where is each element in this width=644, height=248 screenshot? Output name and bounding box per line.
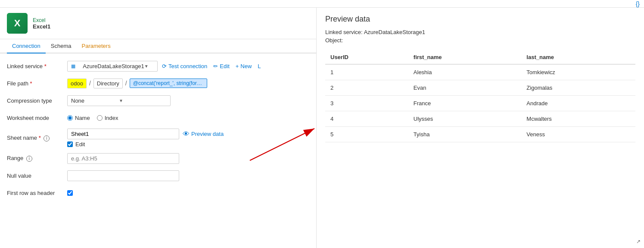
compression-type-dropdown[interactable]: None ▼ <box>67 95 171 106</box>
sheet-name-row: Sheet name * i Sheet1 👁 Preview data <box>7 129 309 148</box>
cell-firstname: France <box>408 96 522 111</box>
col-firstname: first_name <box>408 50 522 64</box>
worksheet-mode-index[interactable]: Index <box>97 115 118 121</box>
table-row: 1 Aleshia Tomkiewicz <box>325 64 635 80</box>
first-row-header-label: First row as header <box>7 190 67 196</box>
linked-service-dropdown[interactable]: ▦ AzureDataLakeStorage1 ▼ <box>67 61 158 72</box>
excel-app-name: Excel1 <box>33 23 50 30</box>
excel-logo: X <box>7 13 28 34</box>
first-row-header-checkbox[interactable] <box>67 190 73 196</box>
compression-type-row: Compression type None ▼ <box>7 94 309 107</box>
worksheet-mode-label: Worksheet mode <box>7 115 67 121</box>
file-path-segment1[interactable]: odoo <box>67 78 87 88</box>
linked-service-value: AzureDataLakeStorage1 <box>83 63 144 69</box>
sheet-name-label: Sheet name * i <box>7 135 67 141</box>
cell-firstname: Evan <box>408 80 522 96</box>
code-icon[interactable]: {} <box>636 0 640 7</box>
table-row: 3 France Andrade <box>325 96 635 111</box>
cell-firstname: Tyisha <box>408 127 522 142</box>
table-header-row: UserID first_name last_name <box>325 50 635 64</box>
range-label: Range i <box>7 155 67 162</box>
col-userid: UserID <box>325 50 408 64</box>
preview-table: UserID first_name last_name 1 Aleshia To… <box>325 50 635 142</box>
table-row: 2 Evan Zigomalas <box>325 80 635 96</box>
range-row: Range i <box>7 152 309 165</box>
sheet-name-info-icon[interactable]: i <box>44 135 50 141</box>
compression-type-value: None <box>71 97 119 104</box>
linked-service-label: Linked service * <box>7 63 67 69</box>
table-row: 4 Ulysses Mcwalters <box>325 111 635 127</box>
first-row-header-row: First row as header <box>7 186 309 199</box>
linked-service-row: Linked service * ▦ AzureDataLakeStorage1… <box>7 60 309 72</box>
preview-panel: Preview data Linked service: AzureDataLa… <box>317 8 644 248</box>
null-value-input[interactable] <box>67 170 179 181</box>
compression-type-label: Compression type <box>7 97 67 104</box>
null-value-row: Null value <box>7 169 309 182</box>
cell-lastname: Zigomalas <box>521 80 635 96</box>
edit-linked-service-button[interactable]: ✏ Edit <box>212 61 231 71</box>
worksheet-mode-radios: Name Index <box>67 115 118 121</box>
file-separator-2: / <box>124 80 128 87</box>
file-path-segments: odoo / Directory / @concat('report_', st… <box>67 78 309 88</box>
cell-lastname: Andrade <box>521 96 635 111</box>
cell-userid: 4 <box>325 111 408 127</box>
tab-schema[interactable]: Schema <box>46 39 77 53</box>
tab-bar: Connection Schema Parameters <box>0 39 316 53</box>
worksheet-mode-row: Worksheet mode Name Index <box>7 111 309 124</box>
file-path-row: File path * odoo / Directory / @concat('… <box>7 77 309 90</box>
preview-linked-service: Linked service: AzureDataLakeStorage1 <box>325 29 635 35</box>
resize-icon: ↗ <box>636 239 641 245</box>
chevron-down-icon: ▼ <box>144 64 154 69</box>
col-lastname: last_name <box>521 50 635 64</box>
preview-title: Preview data <box>325 15 635 24</box>
file-separator-1: / <box>88 80 92 87</box>
cell-userid: 1 <box>325 64 408 80</box>
preview-data-link[interactable]: 👁 Preview data <box>183 130 224 138</box>
table-row: 5 Tyisha Veness <box>325 127 635 142</box>
file-path-segment3[interactable]: @concat('report_', string(formatDateTi <box>130 78 207 88</box>
null-value-label: Null value <box>7 173 67 179</box>
cell-firstname: Aleshia <box>408 64 522 80</box>
cell-userid: 3 <box>325 96 408 111</box>
cell-userid: 2 <box>325 80 408 96</box>
range-info-icon[interactable]: i <box>26 156 32 162</box>
plus-icon: + <box>236 63 239 69</box>
cell-lastname: Tomkiewicz <box>521 64 635 80</box>
range-input[interactable] <box>67 153 179 164</box>
edit-icon: ✏ <box>213 63 218 69</box>
sheet-name-edit-checkbox[interactable] <box>67 141 73 147</box>
worksheet-mode-name[interactable]: Name <box>67 115 90 121</box>
test-connection-button[interactable]: ⟳ Test connection <box>160 61 209 71</box>
tab-connection[interactable]: Connection <box>7 39 46 53</box>
file-path-label: File path * <box>7 80 67 87</box>
cell-firstname: Ulysses <box>408 111 522 127</box>
excel-app-label: Excel <box>33 17 50 23</box>
preview-icon: 👁 <box>183 130 190 138</box>
sheet-name-input[interactable]: Sheet1 <box>67 129 179 139</box>
chevron-down-icon: ▼ <box>119 98 167 103</box>
cell-userid: 5 <box>325 127 408 142</box>
more-linked-service-button[interactable]: L <box>256 61 262 71</box>
new-linked-service-button[interactable]: + New <box>234 61 254 71</box>
cell-lastname: Veness <box>521 127 635 142</box>
preview-object: Object: <box>325 37 635 44</box>
cell-lastname: Mcwalters <box>521 111 635 127</box>
test-connection-icon: ⟳ <box>162 63 167 69</box>
sheet-name-edit-label: Edit <box>75 141 85 148</box>
tab-parameters[interactable]: Parameters <box>76 39 115 53</box>
file-path-segment2[interactable]: Directory <box>93 78 123 88</box>
sheet-name-edit-row: Edit <box>67 141 85 148</box>
